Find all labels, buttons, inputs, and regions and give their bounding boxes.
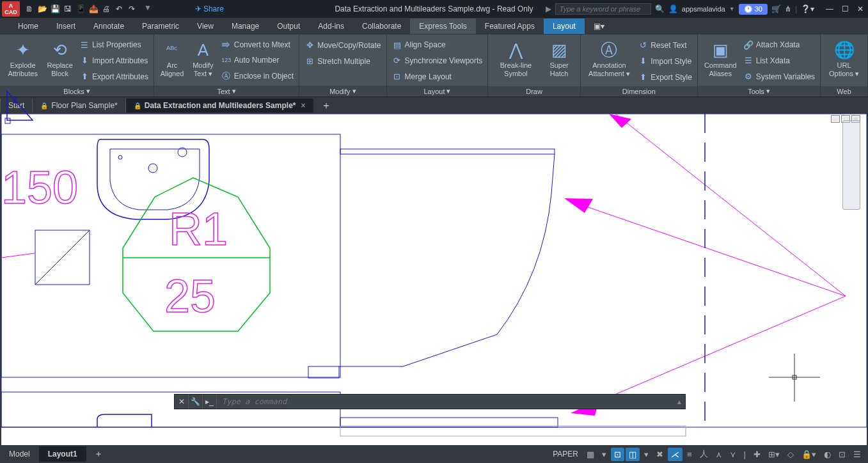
drawing-canvas[interactable]: — ☐ ⊠ 150 R1 25 xyxy=(1,114,867,445)
user-dropdown-icon[interactable]: ▼ xyxy=(729,6,735,12)
import-attributes-button[interactable]: ⬇Import Attributes xyxy=(79,55,148,66)
cmd-customize-icon[interactable]: ✕ xyxy=(175,395,189,409)
url-options-button[interactable]: 🌐 URL Options ▾ xyxy=(823,36,865,86)
merge-layout-button[interactable]: ⊡Merge Layout xyxy=(392,71,483,82)
sb-annot-auto-icon[interactable]: ⋎ xyxy=(727,448,739,461)
tab-annotate[interactable]: Annotate xyxy=(84,19,133,34)
sb-custom-icon[interactable]: ☰ xyxy=(850,448,864,461)
tab-ribbon-toggle[interactable]: ▣▾ xyxy=(585,19,613,34)
reset-text-button[interactable]: ↺Reset Text xyxy=(638,40,692,51)
annot-attachment-button[interactable]: Ⓐ Annotation Attachment ▾ xyxy=(583,36,635,86)
cmd-history-icon[interactable]: ▴ xyxy=(674,397,685,406)
qat-redo-icon[interactable]: ↷ xyxy=(126,3,138,15)
system-variables-button[interactable]: ⚙System Variables xyxy=(743,71,815,82)
search-input[interactable] xyxy=(555,3,651,15)
search-icon[interactable]: 🔍 xyxy=(655,4,665,13)
align-space-button[interactable]: ▤Align Space xyxy=(392,40,483,51)
tab-collaborate[interactable]: Collaborate xyxy=(353,19,410,34)
mtext-icon: ⭆ xyxy=(221,40,232,50)
auto-number-button[interactable]: 123Auto Number xyxy=(221,55,294,65)
sb-ortho-icon[interactable]: ⊡ xyxy=(611,448,624,461)
tab-express-tools[interactable]: Express Tools xyxy=(410,19,475,34)
arc-aligned-button[interactable]: ᴬᴮᶜ Arc Aligned xyxy=(157,36,187,86)
apps-icon[interactable]: ⋔ xyxy=(785,4,791,13)
enclose-object-button[interactable]: ⒶEnclose in Object xyxy=(221,70,294,82)
layout-tab-layout1[interactable]: Layout1 xyxy=(39,446,86,462)
command-input[interactable] xyxy=(217,397,674,406)
qat-plot-icon[interactable]: 🖨 xyxy=(100,3,112,15)
sb-units-icon[interactable]: ⊞▾ xyxy=(765,448,783,461)
qat-dropdown-icon[interactable]: ▼ xyxy=(144,3,152,15)
sb-polar-icon[interactable]: ◫ xyxy=(626,448,640,461)
breakline-button[interactable]: ⋀ Break-line Symbol xyxy=(491,36,541,86)
sync-viewports-button[interactable]: ⟳Synchronize Viewports xyxy=(392,55,483,66)
add-layout-button[interactable]: ＋ xyxy=(86,445,111,463)
sb-isolate-icon[interactable]: ◐ xyxy=(821,448,834,461)
tab-home[interactable]: Home xyxy=(9,19,47,34)
sb-otrack-icon[interactable]: ⋌ xyxy=(668,448,683,461)
sb-annot-scale-icon[interactable]: 人 xyxy=(697,446,711,462)
tab-output[interactable]: Output xyxy=(268,19,309,34)
sb-grid-icon[interactable]: ▦ xyxy=(583,448,597,461)
listx-icon: ☰ xyxy=(743,56,754,65)
export-style-button[interactable]: ⬆Export Style xyxy=(638,72,692,82)
sb-lineweight-icon[interactable]: ≡ xyxy=(684,448,695,461)
sb-quickprops-icon[interactable]: ◇ xyxy=(784,448,797,461)
qat-new-icon[interactable]: 🗎 xyxy=(24,3,35,15)
explode-attributes-button[interactable]: ✦ Explode Attributes xyxy=(3,36,43,86)
qat-web-icon[interactable]: 📱 xyxy=(75,3,86,15)
move-copy-rotate-button[interactable]: ✥Move/Copy/Rotate xyxy=(304,40,381,51)
attach-xdata-button[interactable]: 🔗Attach Xdata xyxy=(743,40,815,51)
replace-block-button[interactable]: ⟲ Replace Block xyxy=(43,36,77,86)
share-button[interactable]: ✈ Share xyxy=(195,4,224,13)
stretch-multiple-button[interactable]: ⊞Stretch Multiple xyxy=(304,56,381,67)
close-button[interactable]: ✕ xyxy=(855,4,865,14)
tab-layout[interactable]: Layout xyxy=(544,19,585,34)
sb-lock-ui-icon[interactable]: 🔒▾ xyxy=(798,448,819,461)
sysvars-icon: ⚙ xyxy=(743,72,754,81)
export-attributes-button[interactable]: ⬆Export Attributes xyxy=(79,71,148,82)
list-icon: ☰ xyxy=(79,40,90,50)
command-aliases-button[interactable]: ▣ Command Aliases xyxy=(700,36,741,86)
sb-polar-dropdown-icon[interactable]: ▾ xyxy=(641,448,652,461)
sb-workspace-icon[interactable]: ✚ xyxy=(750,448,764,461)
sb-snap-dropdown-icon[interactable]: ▾ xyxy=(599,448,610,461)
convert-mtext-button[interactable]: ⭆Convert to Mtext xyxy=(221,40,294,51)
tab-parametric[interactable]: Parametric xyxy=(133,19,188,34)
list-properties-button[interactable]: ☰List Properties xyxy=(79,40,148,51)
help-icon[interactable]: ❔▾ xyxy=(801,4,814,13)
share-label: Share xyxy=(203,4,224,13)
app-logo[interactable]: A CAD xyxy=(2,1,20,17)
import-icon: ⬇ xyxy=(79,56,90,65)
tab-addins[interactable]: Add-ins xyxy=(309,19,353,34)
minimize-button[interactable]: — xyxy=(825,4,835,14)
list-xdata-button[interactable]: ☰List Xdata xyxy=(743,55,815,66)
trial-badge[interactable]: 🕐30 xyxy=(739,4,768,15)
modify-text-button[interactable]: A Modify Text ▾ xyxy=(187,36,219,86)
cmd-options-icon[interactable]: 🔧 xyxy=(189,395,203,409)
command-line: ✕ 🔧 ▸_ ▴ xyxy=(174,394,686,409)
sb-clean-icon[interactable]: ⊡ xyxy=(835,448,849,461)
maximize-button[interactable]: ☐ xyxy=(840,4,850,14)
tab-manage[interactable]: Manage xyxy=(223,19,268,34)
search-play-icon[interactable]: ▶ xyxy=(546,4,551,13)
layout-tab-model[interactable]: Model xyxy=(0,446,39,462)
tab-insert[interactable]: Insert xyxy=(47,19,84,34)
share-icon: ✈ xyxy=(195,4,201,13)
attach-icon: 🔗 xyxy=(743,40,754,50)
sb-annot-vis-icon[interactable]: ⋏ xyxy=(713,448,725,461)
cart-icon[interactable]: 🛒 xyxy=(771,4,781,13)
import-style-button[interactable]: ⬇Import Style xyxy=(638,56,692,67)
qat-save-icon[interactable]: 💾 xyxy=(49,3,61,15)
document-title: Data Extraction and Multileaders Sample.… xyxy=(335,4,533,13)
paper-model-toggle[interactable]: PAPER xyxy=(553,450,578,459)
sb-osnap-icon[interactable]: ✖ xyxy=(653,448,667,461)
tab-featured-apps[interactable]: Featured Apps xyxy=(476,19,544,34)
user-name[interactable]: appsmalavida xyxy=(682,5,725,13)
tab-view[interactable]: View xyxy=(188,19,223,34)
qat-undo-icon[interactable]: ↶ xyxy=(113,3,125,15)
qat-saveas-icon[interactable]: 🖫 xyxy=(62,3,74,15)
super-hatch-button[interactable]: ▨ Super Hatch xyxy=(541,36,577,86)
qat-open-icon[interactable]: 📂 xyxy=(36,3,48,15)
qat-export-icon[interactable]: 📤 xyxy=(88,3,99,15)
